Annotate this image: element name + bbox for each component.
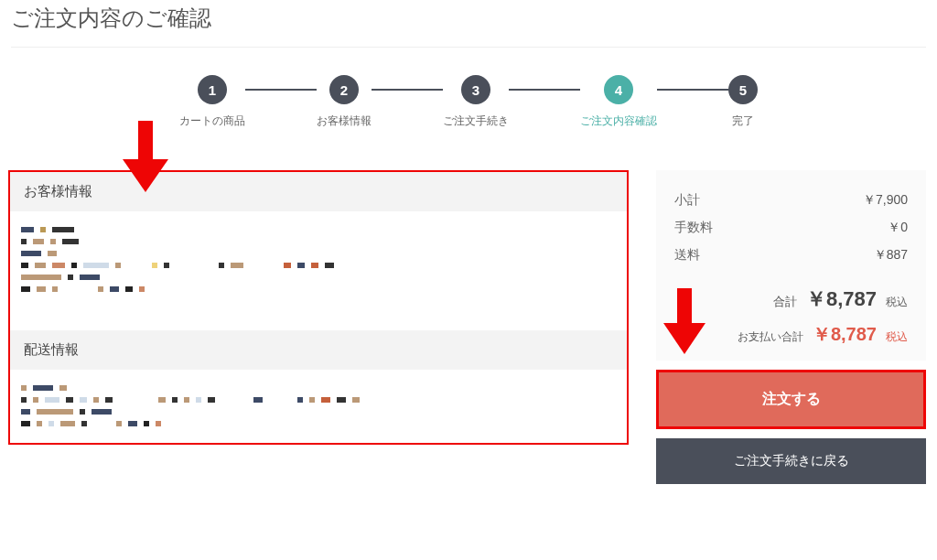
step-4-label: ご注文内容確認 — [580, 113, 657, 129]
step-5-label: 完了 — [732, 113, 754, 129]
step-1-label: カートの商品 — [179, 113, 245, 129]
annotation-arrow-right — [663, 288, 705, 354]
page-title: ご注文内容のご確認 — [11, 0, 926, 48]
step-5: 5 完了 — [728, 75, 758, 129]
subtotal-row: 小計 ￥7,900 — [674, 187, 908, 214]
fee-row: 手数料 ￥0 — [674, 214, 908, 242]
svg-rect-0 — [138, 121, 153, 159]
customer-info-body — [10, 211, 627, 330]
step-1: 1 カートの商品 — [179, 75, 245, 129]
payment-label: お支払い合計 — [738, 329, 803, 345]
shipping-info-heading: 配送情報 — [10, 330, 627, 370]
step-connector — [245, 89, 317, 91]
subtotal-value: ￥7,900 — [863, 192, 908, 209]
payment-tax-label: 税込 — [886, 329, 908, 345]
total-row: 合計 ￥8,787 税込 — [674, 285, 908, 313]
step-connector — [372, 89, 443, 91]
back-to-checkout-button[interactable]: ご注文手続きに戻る — [656, 438, 926, 484]
step-3: 3 ご注文手続き — [443, 75, 509, 129]
step-3-label: ご注文手続き — [443, 113, 509, 129]
total-tax-label: 税込 — [886, 295, 908, 310]
shipping-value: ￥887 — [874, 247, 908, 264]
payment-total-row: お支払い合計 ￥8,787 税込 — [674, 322, 908, 347]
step-2: 2 お客様情報 — [317, 75, 372, 129]
fee-value: ￥0 — [888, 220, 908, 236]
step-connector — [509, 89, 580, 91]
payment-value: ￥8,787 — [813, 322, 877, 347]
subtotal-label: 小計 — [674, 192, 700, 209]
step-2-label: お客様情報 — [317, 113, 372, 129]
step-3-number: 3 — [461, 75, 490, 104]
step-5-number: 5 — [728, 75, 758, 104]
annotation-arrow-left — [123, 121, 168, 192]
svg-rect-2 — [677, 288, 692, 323]
shipping-info-body — [10, 370, 627, 443]
fee-label: 手数料 — [674, 220, 713, 236]
place-order-button[interactable]: 注文する — [656, 370, 926, 429]
total-value: ￥8,787 — [806, 285, 877, 313]
order-details-panel: お客様情報 配送情報 — [8, 170, 629, 445]
total-label: 合計 — [773, 294, 797, 310]
step-4: 4 ご注文内容確認 — [580, 75, 657, 129]
svg-marker-1 — [123, 159, 168, 192]
step-1-number: 1 — [198, 75, 227, 104]
step-2-number: 2 — [329, 75, 359, 104]
customer-info-heading: お客様情報 — [10, 172, 627, 211]
shipping-row: 送料 ￥887 — [674, 242, 908, 269]
step-connector — [657, 89, 728, 91]
svg-marker-3 — [663, 323, 705, 354]
step-4-number: 4 — [604, 75, 633, 104]
shipping-label: 送料 — [674, 247, 700, 264]
